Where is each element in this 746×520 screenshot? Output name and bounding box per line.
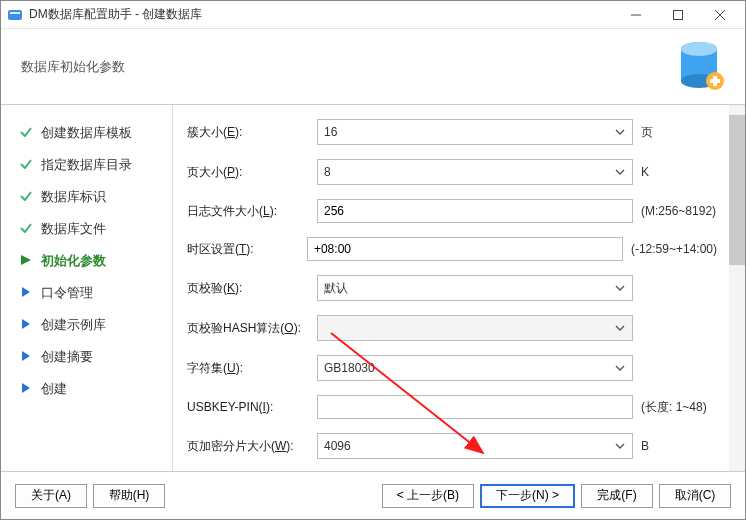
wizard-step-4[interactable]: 初始化参数 bbox=[5, 245, 168, 277]
pageSize-suffix: K bbox=[641, 165, 649, 179]
row-hashAlg: 页校验HASH算法(O): bbox=[187, 315, 717, 341]
pageCheck-value: 默认 bbox=[324, 280, 612, 297]
field-label: 日志文件大小(L): bbox=[187, 203, 317, 220]
row-pageEncrypt: 页加密分片大小(W):4096B bbox=[187, 433, 717, 459]
wizard-step-1[interactable]: 指定数据库目录 bbox=[5, 149, 168, 181]
clusterSize-value: 16 bbox=[324, 125, 612, 139]
step-icon bbox=[19, 381, 33, 398]
app-icon bbox=[7, 7, 23, 23]
svg-marker-16 bbox=[22, 351, 30, 361]
svg-marker-15 bbox=[22, 319, 30, 329]
chevron-down-icon bbox=[612, 363, 628, 373]
svg-rect-3 bbox=[674, 10, 683, 19]
wizard-step-2[interactable]: 数据库标识 bbox=[5, 181, 168, 213]
step-icon bbox=[19, 157, 33, 174]
banner: 数据库初始化参数 bbox=[1, 29, 745, 105]
svg-point-9 bbox=[681, 42, 717, 56]
chevron-down-icon bbox=[612, 127, 628, 137]
step-icon bbox=[19, 317, 33, 334]
chevron-down-icon bbox=[612, 323, 628, 333]
clusterSize-select[interactable]: 16 bbox=[317, 119, 633, 145]
database-logo-icon bbox=[669, 37, 727, 98]
body: 创建数据库模板指定数据库目录数据库标识数据库文件初始化参数口令管理创建示例库创建… bbox=[1, 105, 745, 471]
svg-marker-14 bbox=[22, 287, 30, 297]
step-icon bbox=[19, 125, 33, 142]
step-label: 创建示例库 bbox=[41, 316, 106, 334]
pageCheck-select[interactable]: 默认 bbox=[317, 275, 633, 301]
prev-button[interactable]: < 上一步(B) bbox=[382, 484, 474, 508]
wizard-step-0[interactable]: 创建数据库模板 bbox=[5, 117, 168, 149]
field-label: 页校验(K): bbox=[187, 280, 317, 297]
form-area: 簇大小(E):16页页大小(P):8K日志文件大小(L):(M:256~8192… bbox=[173, 105, 729, 471]
step-icon bbox=[19, 285, 33, 302]
banner-title: 数据库初始化参数 bbox=[21, 58, 125, 76]
timezone-suffix: (-12:59~+14:00) bbox=[631, 242, 717, 256]
step-icon bbox=[19, 253, 33, 270]
usbkey-suffix: (长度: 1~48) bbox=[641, 399, 707, 416]
step-icon bbox=[19, 189, 33, 206]
chevron-down-icon bbox=[612, 167, 628, 177]
charset-value: GB18030 bbox=[324, 361, 612, 375]
row-clusterSize: 簇大小(E):16页 bbox=[187, 119, 717, 145]
hashAlg-select bbox=[317, 315, 633, 341]
step-label: 创建 bbox=[41, 380, 67, 398]
step-icon bbox=[19, 221, 33, 238]
wizard-steps: 创建数据库模板指定数据库目录数据库标识数据库文件初始化参数口令管理创建示例库创建… bbox=[1, 105, 173, 471]
wizard-step-5[interactable]: 口令管理 bbox=[5, 277, 168, 309]
footer: 关于(A) 帮助(H) < 上一步(B) 下一步(N) > 完成(F) 取消(C… bbox=[1, 471, 745, 519]
row-pageSize: 页大小(P):8K bbox=[187, 159, 717, 185]
next-button[interactable]: 下一步(N) > bbox=[480, 484, 575, 508]
row-logSize: 日志文件大小(L):(M:256~8192) bbox=[187, 199, 717, 223]
help-button[interactable]: 帮助(H) bbox=[93, 484, 165, 508]
svg-marker-17 bbox=[22, 383, 30, 393]
pageEncrypt-value: 4096 bbox=[324, 439, 612, 453]
wizard-step-3[interactable]: 数据库文件 bbox=[5, 213, 168, 245]
close-button[interactable] bbox=[699, 2, 741, 28]
logSize-suffix: (M:256~8192) bbox=[641, 204, 716, 218]
pageEncrypt-select[interactable]: 4096 bbox=[317, 433, 633, 459]
svg-rect-1 bbox=[10, 12, 20, 14]
step-label: 数据库标识 bbox=[41, 188, 106, 206]
minimize-button[interactable] bbox=[615, 2, 657, 28]
step-icon bbox=[19, 349, 33, 366]
svg-rect-12 bbox=[710, 79, 720, 83]
about-button[interactable]: 关于(A) bbox=[15, 484, 87, 508]
svg-rect-0 bbox=[8, 10, 22, 20]
field-label: 页校验HASH算法(O): bbox=[187, 320, 317, 337]
row-usbkey: USBKEY-PIN(I):(长度: 1~48) bbox=[187, 395, 717, 419]
maximize-button[interactable] bbox=[657, 2, 699, 28]
field-label: 时区设置(T): bbox=[187, 241, 307, 258]
timezone-input[interactable] bbox=[307, 237, 623, 261]
window: DM数据库配置助手 - 创建数据库 数据库初始化参数 创建数据库模板指定数据库目… bbox=[0, 0, 746, 520]
step-label: 创建摘要 bbox=[41, 348, 93, 366]
logSize-input[interactable] bbox=[317, 199, 633, 223]
step-label: 数据库文件 bbox=[41, 220, 106, 238]
pageEncrypt-suffix: B bbox=[641, 439, 649, 453]
titlebar: DM数据库配置助手 - 创建数据库 bbox=[1, 1, 745, 29]
wizard-step-8[interactable]: 创建 bbox=[5, 373, 168, 405]
vertical-scrollbar[interactable] bbox=[729, 105, 745, 471]
step-label: 指定数据库目录 bbox=[41, 156, 132, 174]
window-title: DM数据库配置助手 - 创建数据库 bbox=[29, 6, 615, 23]
chevron-down-icon bbox=[612, 441, 628, 451]
cancel-button[interactable]: 取消(C) bbox=[659, 484, 731, 508]
field-label: 页加密分片大小(W): bbox=[187, 438, 317, 455]
row-timezone: 时区设置(T):(-12:59~+14:00) bbox=[187, 237, 717, 261]
step-label: 口令管理 bbox=[41, 284, 93, 302]
wizard-step-7[interactable]: 创建摘要 bbox=[5, 341, 168, 373]
field-label: 字符集(U): bbox=[187, 360, 317, 377]
pageSize-select[interactable]: 8 bbox=[317, 159, 633, 185]
svg-marker-13 bbox=[21, 255, 31, 265]
finish-button[interactable]: 完成(F) bbox=[581, 484, 653, 508]
row-charset: 字符集(U):GB18030 bbox=[187, 355, 717, 381]
clusterSize-suffix: 页 bbox=[641, 124, 653, 141]
usbkey-input[interactable] bbox=[317, 395, 633, 419]
row-pageCheck: 页校验(K):默认 bbox=[187, 275, 717, 301]
chevron-down-icon bbox=[612, 283, 628, 293]
step-label: 初始化参数 bbox=[41, 252, 106, 270]
field-label: 页大小(P): bbox=[187, 164, 317, 181]
field-label: USBKEY-PIN(I): bbox=[187, 400, 317, 414]
step-label: 创建数据库模板 bbox=[41, 124, 132, 142]
wizard-step-6[interactable]: 创建示例库 bbox=[5, 309, 168, 341]
charset-select[interactable]: GB18030 bbox=[317, 355, 633, 381]
